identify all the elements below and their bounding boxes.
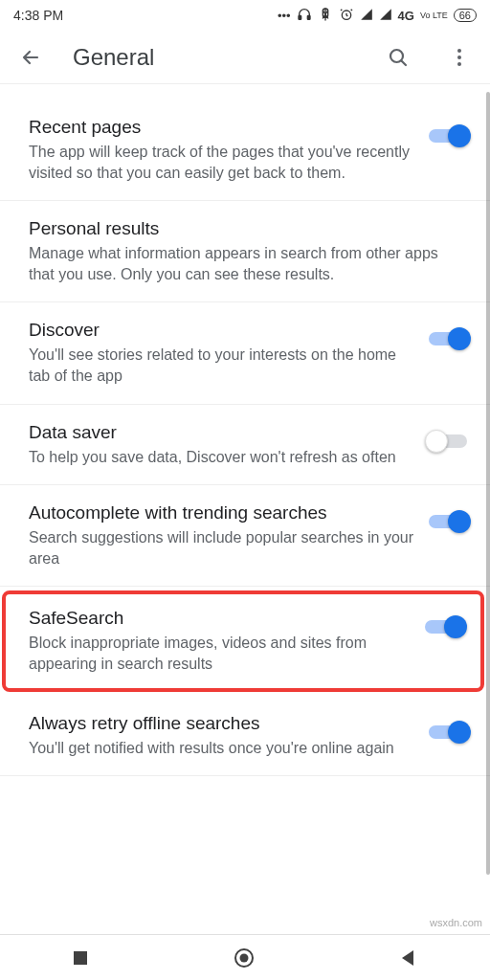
signal-icon-2	[379, 8, 392, 24]
setting-title: Personal results	[29, 218, 467, 239]
setting-desc: You'll get notified with results once yo…	[29, 738, 413, 759]
more-icon: •••	[278, 9, 291, 23]
toggle-wrap	[429, 422, 467, 453]
setting-text: Recent pagesThe app will keep track of t…	[29, 117, 413, 183]
nav-back-button[interactable]	[399, 948, 418, 968]
toggle-wrap	[429, 713, 467, 744]
nav-home-button[interactable]	[233, 947, 256, 969]
setting-text: Personal resultsManage what information …	[29, 218, 467, 284]
battery-icon: 66	[454, 9, 477, 22]
setting-title: SafeSearch	[29, 608, 410, 629]
setting-title: Autocomplete with trending searches	[29, 502, 413, 523]
toggle-offline-retry[interactable]	[429, 721, 467, 744]
setting-desc: To help you save data, Discover won't re…	[29, 447, 413, 468]
svg-point-4	[457, 49, 461, 53]
signal-icon-1	[360, 8, 373, 24]
setting-autocomplete[interactable]: Autocomplete with trending searchesSearc…	[0, 485, 490, 587]
toggle-wrap	[429, 502, 467, 533]
svg-rect-1	[307, 15, 310, 19]
setting-text: DiscoverYou'll see stories related to yo…	[29, 320, 413, 386]
setting-data-saver[interactable]: Data saverTo help you save data, Discove…	[0, 405, 490, 486]
page-title: General	[73, 44, 356, 71]
settings-list[interactable]: Recent pagesThe app will keep track of t…	[0, 84, 490, 934]
volte-label: Vo LTE	[420, 11, 448, 20]
toggle-safesearch[interactable]	[425, 615, 463, 638]
svg-point-9	[240, 953, 249, 962]
setting-title: Data saver	[29, 422, 413, 443]
setting-desc: You'll see stories related to your inter…	[29, 345, 413, 386]
setting-text: Always retry offline searchesYou'll get …	[29, 713, 413, 759]
scrollbar[interactable]	[486, 92, 490, 875]
status-time: 4:38 PM	[13, 8, 63, 23]
svg-point-5	[457, 56, 461, 59]
toggle-data-saver[interactable]	[429, 430, 467, 453]
setting-title: Always retry offline searches	[29, 713, 413, 734]
alarm-icon	[339, 7, 354, 25]
back-button[interactable]	[11, 38, 50, 77]
svg-rect-0	[299, 15, 301, 19]
toggle-wrap	[429, 320, 467, 350]
network-label: 4G	[398, 9, 414, 23]
headphones-icon	[297, 7, 312, 25]
status-bar: 4:38 PM ••• 4G Vo LTE 66	[0, 0, 490, 31]
setting-text: Autocomplete with trending searchesSearc…	[29, 502, 413, 568]
toggle-recent-pages[interactable]	[429, 124, 467, 147]
setting-discover[interactable]: DiscoverYou'll see stories related to yo…	[0, 302, 490, 404]
setting-title: Discover	[29, 320, 413, 341]
toggle-discover[interactable]	[429, 327, 467, 350]
toggle-wrap	[429, 117, 467, 147]
setting-title: Recent pages	[29, 117, 413, 138]
setting-desc: Manage what information appears in searc…	[29, 243, 467, 284]
setting-safesearch[interactable]: SafeSearchBlock inappropriate images, vi…	[2, 590, 484, 691]
setting-desc: Block inappropriate images, videos and s…	[29, 633, 410, 674]
setting-desc: Search suggestions will include popular …	[29, 527, 413, 568]
app-bar: General	[0, 31, 490, 84]
svg-point-6	[457, 62, 461, 66]
overflow-menu-button[interactable]	[440, 38, 479, 77]
mute-icon	[318, 7, 333, 25]
setting-recent-pages[interactable]: Recent pagesThe app will keep track of t…	[0, 96, 490, 201]
toggle-wrap	[425, 608, 463, 638]
nav-recent-button[interactable]	[72, 949, 89, 967]
setting-desc: The app will keep track of the pages tha…	[29, 142, 413, 183]
search-button[interactable]	[379, 38, 417, 77]
setting-offline-retry[interactable]: Always retry offline searchesYou'll get …	[0, 696, 490, 777]
setting-text: SafeSearchBlock inappropriate images, vi…	[29, 608, 410, 674]
status-right: ••• 4G Vo LTE 66	[278, 7, 477, 25]
system-nav-bar	[0, 934, 490, 980]
svg-rect-7	[74, 951, 87, 965]
setting-text: Data saverTo help you save data, Discove…	[29, 422, 413, 468]
watermark: wsxdn.com	[430, 917, 482, 928]
toggle-autocomplete[interactable]	[429, 510, 467, 533]
setting-personal-results[interactable]: Personal resultsManage what information …	[0, 201, 490, 302]
